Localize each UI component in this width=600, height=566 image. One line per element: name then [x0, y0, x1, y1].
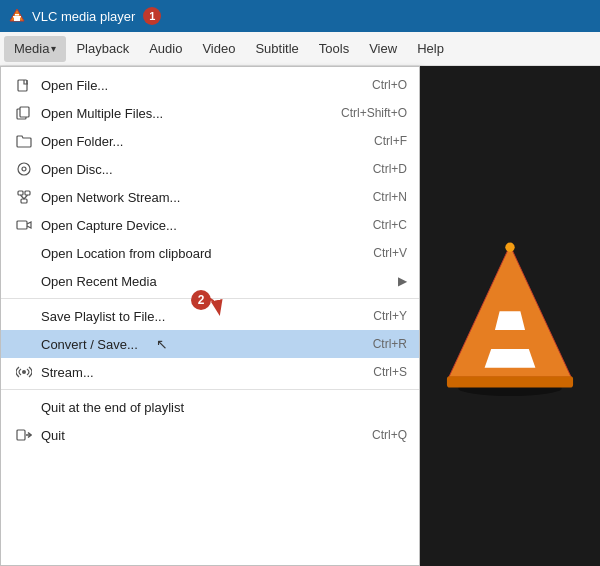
svg-rect-11	[25, 191, 30, 195]
menu-entry-quit-end[interactable]: Quit at the end of playlist	[1, 393, 419, 421]
menu-entry-stream[interactable]: Stream... Ctrl+S	[1, 358, 419, 386]
cursor-icon: ↖	[156, 336, 168, 352]
open-network-icon	[13, 189, 35, 205]
svg-point-16	[22, 370, 26, 374]
menu-entry-quit[interactable]: Quit Ctrl+Q	[1, 421, 419, 449]
svg-rect-7	[20, 107, 29, 117]
vlc-logo-area	[420, 66, 600, 566]
menu-entry-open-location[interactable]: Open Location from clipboard Ctrl+V	[1, 239, 419, 267]
menu-video[interactable]: Video	[192, 36, 245, 62]
title-annotation-badge: 1	[143, 7, 161, 25]
media-arrow: ▾	[51, 43, 56, 54]
menu-entry-open-folder[interactable]: Open Folder... Ctrl+F	[1, 127, 419, 155]
svg-marker-22	[495, 311, 525, 330]
separator-1	[1, 298, 419, 299]
svg-point-8	[18, 163, 30, 175]
open-file-icon	[13, 77, 35, 93]
svg-line-14	[24, 195, 28, 199]
open-capture-label: Open Capture Device...	[41, 218, 333, 233]
stream-icon	[13, 364, 35, 380]
menu-entry-open-disc[interactable]: Open Disc... Ctrl+D	[1, 155, 419, 183]
open-capture-icon	[13, 217, 35, 233]
convert-save-shortcut: Ctrl+R	[373, 337, 407, 351]
svg-rect-4	[18, 80, 27, 91]
open-multiple-icon	[13, 105, 35, 121]
svg-rect-10	[18, 191, 23, 195]
stream-shortcut: Ctrl+S	[373, 365, 407, 379]
convert-save-label: Convert / Save...	[41, 337, 333, 352]
open-file-shortcut: Ctrl+O	[372, 78, 407, 92]
menu-entry-convert-save[interactable]: Convert / Save... Ctrl+R ↖	[1, 330, 419, 358]
menu-entry-open-multiple[interactable]: Open Multiple Files... Ctrl+Shift+O	[1, 99, 419, 127]
open-capture-shortcut: Ctrl+C	[373, 218, 407, 232]
save-playlist-label: Save Playlist to File...	[41, 309, 333, 324]
svg-marker-21	[485, 349, 536, 368]
menu-tools[interactable]: Tools	[309, 36, 359, 62]
separator-2	[1, 389, 419, 390]
open-multiple-shortcut: Ctrl+Shift+O	[341, 106, 407, 120]
open-network-label: Open Network Stream...	[41, 190, 333, 205]
open-network-shortcut: Ctrl+N	[373, 190, 407, 204]
menu-bar: Media ▾ Playback Audio Video Subtitle To…	[0, 32, 600, 66]
vlc-cone-image	[435, 236, 585, 396]
svg-rect-1	[14, 17, 20, 21]
menu-playback[interactable]: Playback	[66, 36, 139, 62]
menu-entry-open-capture[interactable]: Open Capture Device... Ctrl+C	[1, 211, 419, 239]
quit-label: Quit	[41, 428, 332, 443]
open-location-shortcut: Ctrl+V	[373, 246, 407, 260]
save-playlist-shortcut: Ctrl+Y	[373, 309, 407, 323]
vlc-icon	[8, 7, 26, 25]
open-folder-shortcut: Ctrl+F	[374, 134, 407, 148]
main-area: Open File... Ctrl+O Open Multiple Files.…	[0, 66, 600, 566]
stream-label: Stream...	[41, 365, 333, 380]
svg-rect-2	[13, 16, 21, 18]
menu-help[interactable]: Help	[407, 36, 454, 62]
svg-line-13	[21, 195, 25, 199]
menu-entry-open-file[interactable]: Open File... Ctrl+O	[1, 71, 419, 99]
quit-icon	[13, 427, 35, 443]
svg-point-25	[505, 243, 514, 252]
open-disc-shortcut: Ctrl+D	[373, 162, 407, 176]
svg-rect-3	[15, 14, 19, 16]
open-file-label: Open File...	[41, 78, 332, 93]
open-location-label: Open Location from clipboard	[41, 246, 333, 261]
open-folder-icon	[13, 133, 35, 149]
menu-subtitle[interactable]: Subtitle	[245, 36, 308, 62]
menu-entry-open-recent[interactable]: Open Recent Media ▶	[1, 267, 419, 295]
open-disc-label: Open Disc...	[41, 162, 333, 177]
open-folder-label: Open Folder...	[41, 134, 334, 149]
svg-rect-15	[17, 221, 27, 229]
open-disc-icon	[13, 161, 35, 177]
menu-entry-save-playlist[interactable]: Save Playlist to File... Ctrl+Y 2	[1, 302, 419, 330]
svg-rect-12	[21, 199, 27, 203]
open-recent-label: Open Recent Media	[41, 274, 398, 289]
svg-point-9	[22, 167, 26, 171]
title-bar-text: VLC media player	[32, 9, 135, 24]
menu-view[interactable]: View	[359, 36, 407, 62]
menu-entry-open-network[interactable]: Open Network Stream... Ctrl+N	[1, 183, 419, 211]
quit-shortcut: Ctrl+Q	[372, 428, 407, 442]
svg-rect-17	[17, 430, 25, 440]
quit-end-label: Quit at the end of playlist	[41, 400, 407, 415]
menu-audio[interactable]: Audio	[139, 36, 192, 62]
open-recent-arrow: ▶	[398, 274, 407, 288]
title-bar: VLC media player 1	[0, 0, 600, 32]
menu-media[interactable]: Media ▾	[4, 36, 66, 62]
open-multiple-label: Open Multiple Files...	[41, 106, 301, 121]
media-dropdown: Open File... Ctrl+O Open Multiple Files.…	[0, 66, 420, 566]
svg-rect-24	[447, 376, 573, 387]
